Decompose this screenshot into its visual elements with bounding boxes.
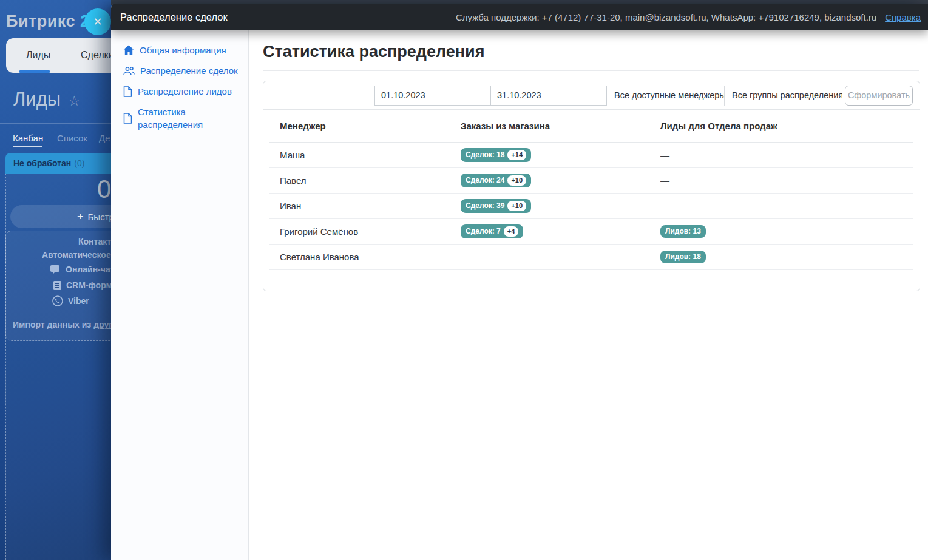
chat-icon — [50, 265, 61, 274]
table-row: МашаСделок: 18+14— — [269, 143, 913, 168]
empty-dash: — — [660, 175, 669, 186]
view-tab-list[interactable]: Список — [57, 133, 87, 143]
sales-leads-cell: — — [650, 150, 913, 160]
column-header-manager: Менеджер — [269, 121, 450, 131]
deals-delta: +4 — [504, 226, 519, 237]
panel-main-content: Статистика распределения Все доступные м… — [249, 30, 928, 560]
kanban-total-count: 0 — [97, 175, 111, 204]
file-icon — [123, 86, 132, 97]
menu-item-distribution-stats[interactable]: Статистика распределения — [123, 106, 240, 131]
managers-select[interactable]: Все доступные менеджеры — [607, 86, 725, 106]
shop-orders-cell: Сделок: 18+14 — [450, 148, 650, 162]
heading-divider — [263, 70, 919, 71]
date-from-input[interactable] — [374, 86, 491, 106]
kanban-column-header: Не обработан (0) — [5, 153, 111, 174]
channel-viber[interactable]: Viber — [52, 295, 89, 306]
file-icon — [123, 113, 132, 124]
shop-orders-cell: Сделок: 24+10 — [450, 174, 650, 187]
favorite-star-icon[interactable]: ☆ — [68, 93, 81, 109]
generate-button[interactable]: Сформировать — [845, 86, 913, 106]
crm-form-icon — [53, 281, 61, 290]
shop-orders-cell: — — [450, 252, 650, 262]
deals-delta: +10 — [507, 175, 526, 186]
page-heading: Статистика распределения — [263, 42, 928, 61]
manager-name: Иван — [269, 201, 450, 211]
table-row: ПавелСделок: 24+10— — [269, 168, 913, 194]
view-tab-cut[interactable]: Де — [99, 133, 110, 143]
screen: Битрикс 24 Лиды Сделки Лиды☆ Канбан Спис… — [0, 0, 928, 560]
help-link[interactable]: Справка — [885, 12, 921, 22]
sales-leads-cell: Лидов: 18 — [650, 251, 913, 263]
leads-badge-label: Лидов: 18 — [665, 252, 701, 261]
groups-select[interactable]: Все группы распределения — [725, 86, 842, 106]
panel-title: Распределение сделок — [120, 12, 228, 23]
support-contacts-text: Служба поддержки: +7 (4712) 77-31-20, ma… — [456, 12, 876, 22]
home-icon — [123, 45, 134, 55]
contact-center-title: Контакт- — [78, 237, 114, 246]
shop-orders-cell: Сделок: 39+10 — [450, 199, 650, 213]
manager-name: Маша — [269, 150, 450, 160]
view-tab-kanban[interactable]: Канбан — [13, 133, 43, 143]
manager-name: Григорий Семёнов — [269, 226, 450, 237]
menu-item-general-info[interactable]: Общая информация — [123, 44, 240, 56]
deals-badge-label: Сделок: 39 — [466, 201, 504, 211]
viber-icon — [52, 295, 63, 306]
leads-badge: Лидов: 18 — [660, 251, 706, 263]
active-tab-underline — [19, 70, 50, 73]
manager-name: Светлана Иванова — [269, 252, 450, 262]
deals-badge-label: Сделок: 18 — [466, 150, 504, 160]
leads-badge: Лидов: 13 — [660, 225, 706, 238]
panel-body: Общая информация Распределение сделок Ра… — [111, 30, 928, 560]
leads-page-title: Лиды☆ — [13, 89, 81, 110]
close-icon: ✕ — [93, 15, 102, 29]
panel-sidebar: Общая информация Распределение сделок Ра… — [111, 30, 249, 560]
filter-bar: Все доступные менеджеры Все группы распр… — [263, 81, 920, 110]
empty-dash: — — [660, 201, 669, 211]
menu-item-lead-distribution[interactable]: Распределение лидов — [123, 85, 240, 98]
plus-icon: + — [77, 211, 84, 223]
tab-leads[interactable]: Лиды — [26, 50, 50, 61]
panel-header: Распределение сделок Служба поддержки: +… — [111, 4, 928, 30]
deals-badge: Сделок: 18+14 — [461, 148, 531, 162]
deals-badge: Сделок: 39+10 — [461, 199, 531, 213]
deals-badge-label: Сделок: 7 — [466, 227, 501, 236]
background-divider — [0, 123, 111, 124]
channel-crm-forms[interactable]: CRM-формы — [53, 280, 120, 290]
sales-leads-cell: Лидов: 13 — [650, 225, 913, 238]
deals-delta: +10 — [507, 201, 526, 211]
channel-online-chat[interactable]: Онлайн-чат — [50, 265, 115, 274]
sales-leads-cell: — — [650, 175, 913, 186]
column-header-shop-orders: Заказы из магазина — [450, 121, 650, 131]
logo-brand: Битрикс — [6, 12, 75, 30]
stats-card: Все доступные менеджеры Все группы распр… — [263, 81, 920, 291]
empty-dash: — — [461, 252, 470, 262]
table-row: Светлана Иванова—Лидов: 18 — [269, 245, 913, 270]
column-header-sales-leads: Лиды для Отдела продаж — [650, 121, 913, 131]
leads-badge-label: Лидов: 13 — [665, 227, 701, 236]
deals-badge: Сделок: 7+4 — [461, 224, 523, 238]
kanban-column-count: (0) — [74, 158, 84, 168]
users-icon — [123, 66, 135, 76]
view-tab-underline — [13, 146, 42, 147]
manager-name: Павел — [269, 175, 450, 186]
table-row: Григорий СемёновСделок: 7+4Лидов: 13 — [269, 219, 913, 245]
distribution-slider-panel: Распределение сделок Служба поддержки: +… — [111, 4, 928, 560]
slider-close-button[interactable]: ✕ — [84, 8, 111, 35]
table-header-row: Менеджер Заказы из магазина Лиды для Отд… — [269, 110, 913, 143]
shop-orders-cell: Сделок: 7+4 — [450, 224, 650, 238]
date-to-input[interactable] — [490, 86, 607, 106]
menu-item-deal-distribution[interactable]: Распределение сделок — [123, 64, 240, 77]
deals-delta: +14 — [507, 150, 526, 160]
deals-badge-label: Сделок: 24 — [466, 176, 504, 185]
tab-deals[interactable]: Сделки — [81, 50, 114, 61]
sidebar-menu: Общая информация Распределение сделок Ра… — [123, 44, 240, 131]
empty-dash: — — [660, 150, 669, 160]
stats-table-rows: МашаСделок: 18+14—ПавелСделок: 24+10—Ива… — [263, 143, 920, 270]
table-row: ИванСделок: 39+10— — [269, 194, 913, 219]
deals-badge: Сделок: 24+10 — [461, 174, 531, 187]
sales-leads-cell: — — [650, 201, 913, 211]
import-data-text: Импорт данных из другой — [13, 320, 123, 329]
